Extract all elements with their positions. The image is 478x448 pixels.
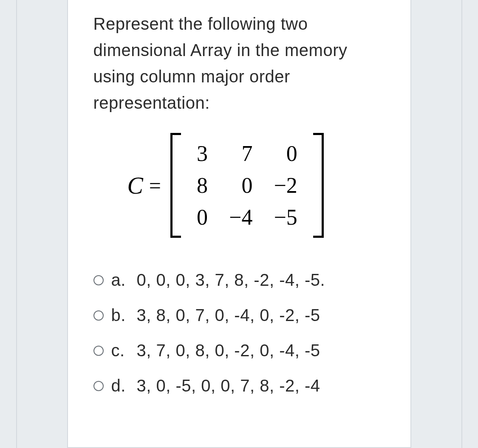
matrix-name: C (127, 172, 143, 199)
page-frame: Represent the following two dimensional … (16, 0, 462, 448)
option-a: a. 0, 0, 0, 3, 7, 8, -2, -4, -5. (93, 270, 385, 290)
radio-c[interactable] (93, 346, 104, 356)
matrix-cell: 0 (269, 140, 301, 167)
option-text: 0, 0, 0, 3, 7, 8, -2, -4, -5. (137, 270, 325, 290)
question-card: Represent the following two dimensional … (67, 0, 411, 448)
options-list: a. 0, 0, 0, 3, 7, 8, -2, -4, -5. b. 3, 8… (93, 270, 385, 395)
option-c: c. 3, 7, 0, 8, 0, -2, 0, -4, -5 (93, 341, 385, 360)
matrix-bracket: 3 7 0 8 0 −2 0 −4 −5 (170, 135, 324, 235)
matrix-row: 8 0 −2 (192, 172, 302, 199)
option-d: d. 3, 0, -5, 0, 0, 7, 8, -2, -4 (93, 376, 385, 395)
option-letter: c. (111, 341, 129, 360)
matrix-cell: 8 (192, 172, 212, 199)
matrix-cell: 7 (225, 140, 257, 167)
option-label: c. 3, 7, 0, 8, 0, -2, 0, -4, -5 (111, 341, 320, 360)
matrix-cell: −5 (269, 203, 301, 231)
radio-b[interactable] (93, 310, 104, 321)
matrix-row: 3 7 0 (192, 140, 302, 167)
option-letter: b. (111, 306, 129, 325)
question-text: Represent the following two dimensional … (93, 11, 385, 116)
option-letter: d. (111, 376, 129, 395)
matrix-equals: = (149, 173, 161, 198)
matrix-display: C = 3 7 0 8 0 −2 0 −4 (102, 128, 374, 243)
option-text: 3, 0, -5, 0, 0, 7, 8, -2, -4 (137, 376, 320, 395)
matrix-row: 0 −4 −5 (192, 203, 302, 231)
matrix-cell: −2 (269, 172, 301, 199)
option-text: 3, 7, 0, 8, 0, -2, 0, -4, -5 (137, 341, 320, 360)
option-label: b. 3, 8, 0, 7, 0, -4, 0, -2, -5 (111, 306, 320, 325)
option-letter: a. (111, 270, 129, 290)
matrix-cell: −4 (225, 203, 257, 231)
option-b: b. 3, 8, 0, 7, 0, -4, 0, -2, -5 (93, 306, 385, 325)
option-text: 3, 8, 0, 7, 0, -4, 0, -2, -5 (137, 306, 320, 325)
radio-d[interactable] (93, 381, 104, 391)
matrix-cell: 3 (192, 140, 212, 167)
matrix-cell: 0 (225, 172, 257, 199)
matrix-table: 3 7 0 8 0 −2 0 −4 −5 (180, 135, 314, 235)
option-label: d. 3, 0, -5, 0, 0, 7, 8, -2, -4 (111, 376, 320, 395)
radio-a[interactable] (93, 275, 104, 285)
matrix-cell: 0 (192, 203, 212, 231)
option-label: a. 0, 0, 0, 3, 7, 8, -2, -4, -5. (111, 270, 325, 290)
